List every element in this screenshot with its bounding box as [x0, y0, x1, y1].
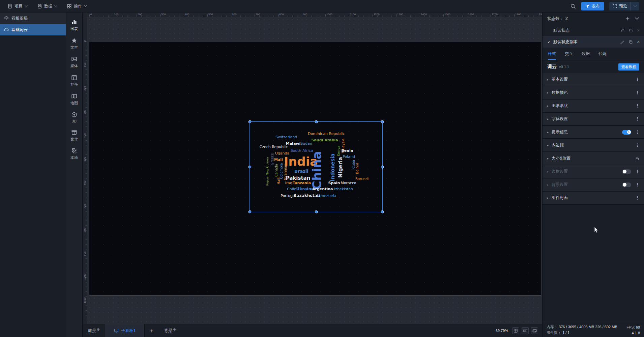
components-label: 组件数：	[547, 331, 561, 335]
copy-icon[interactable]	[628, 28, 633, 33]
menu-data[interactable]: 数据	[32, 0, 62, 12]
shortcuts-button[interactable]	[522, 327, 529, 334]
section-size-position[interactable]: ▸大小&位置	[543, 152, 644, 165]
preview-dropdown[interactable]	[631, 2, 639, 10]
border-toggle[interactable]	[622, 169, 631, 174]
close-icon[interactable]: ✕	[637, 40, 640, 44]
more-options-icon[interactable]: ⋮	[635, 90, 640, 95]
add-foreground-icon[interactable]: ⊕	[97, 328, 99, 331]
expand-arrow-icon: ▸	[547, 130, 549, 134]
ruler-label: 700	[255, 13, 260, 16]
state-row-1[interactable]: ✓默认状态副本✕	[543, 36, 644, 48]
section-label: 背景设置	[552, 182, 568, 188]
layers-icon	[4, 16, 9, 21]
word-bolivia: Bolivia	[356, 163, 359, 174]
layer-item-0[interactable]: 基础词云	[0, 24, 66, 35]
close-icon[interactable]: ✕	[637, 29, 640, 32]
toolbox-item-label: 3D	[72, 119, 77, 123]
more-options-icon[interactable]: ⋮	[635, 169, 640, 174]
search-icon[interactable]	[570, 3, 576, 9]
section-background[interactable]: ▸背景设置⋮	[543, 178, 644, 192]
ruler-label: 1100	[83, 299, 87, 303]
background-toggle[interactable]	[622, 182, 631, 187]
board-tab-label: 子看板1	[121, 328, 136, 334]
more-options-icon[interactable]: ⋮	[635, 182, 640, 187]
lock-icon[interactable]	[635, 156, 640, 161]
toggle-knob: 1	[627, 130, 631, 134]
tab-code[interactable]: 代码	[598, 48, 607, 60]
kit-icon	[71, 129, 77, 135]
resize-handle[interactable]	[248, 120, 252, 123]
canvas[interactable]: 0100200300400500600700800900100011001200…	[83, 12, 542, 324]
ruler-label: 500	[83, 157, 87, 162]
copy-icon[interactable]	[628, 40, 633, 44]
more-options-icon[interactable]: ⋮	[635, 77, 640, 82]
tab-interaction[interactable]: 交互	[565, 48, 573, 60]
section-label: 数据颜色	[552, 90, 568, 95]
menu-project[interactable]: 项目	[3, 0, 32, 12]
resize-handle[interactable]	[315, 120, 318, 123]
background-tab[interactable]: 背景 ⊕	[159, 328, 181, 334]
tooltip-toggle[interactable]: 1	[622, 130, 631, 135]
keyboard-icon	[523, 329, 527, 333]
check-icon: ✓	[547, 40, 551, 44]
ruler-label: 600	[83, 180, 87, 185]
toolbox-item-widget[interactable]: 控件	[66, 72, 82, 90]
collapse-states-icon[interactable]	[635, 16, 639, 21]
section-data-color[interactable]: ▸数据颜色⋮	[543, 86, 644, 100]
toolbox-item-chart[interactable]: 图表	[66, 16, 82, 34]
wordcloud-component[interactable]: Dominican RepublicSwitzerlandSaudi Arabi…	[250, 121, 383, 212]
section-font[interactable]: ▸字体设置⋮	[543, 113, 644, 126]
tab-data[interactable]: 数据	[582, 48, 590, 60]
toolbox-item-map[interactable]: 地图	[66, 90, 82, 109]
section-basic[interactable]: ▸基本设置⋮	[543, 73, 644, 86]
toolbox-item-media[interactable]: 媒体	[66, 53, 82, 72]
resize-handle[interactable]	[248, 165, 252, 168]
word-czech-republic: Czech Republic	[259, 145, 288, 148]
components-value: 1 / 1	[562, 331, 569, 335]
resize-handle[interactable]	[381, 165, 384, 168]
more-options-icon[interactable]: ⋮	[635, 196, 640, 200]
tutorial-button[interactable]: 查看教程	[618, 63, 639, 71]
local-icon	[71, 148, 77, 154]
ruler-label: 900	[302, 13, 307, 16]
tab-style[interactable]: 样式	[548, 48, 556, 60]
preview-button[interactable]: 预览	[609, 2, 639, 10]
edit-icon[interactable]	[620, 40, 624, 44]
chart-icon	[71, 19, 77, 25]
toolbox-item-text[interactable]: 文本	[66, 34, 82, 53]
ruler-label: 700	[83, 204, 87, 209]
toolbox-item-kit[interactable]: 套件	[66, 126, 82, 145]
toolbox-item-3d[interactable]: 3D	[66, 109, 82, 126]
more-options-icon[interactable]: ⋮	[635, 104, 640, 108]
add-state-button[interactable]	[625, 16, 630, 21]
ruler-label: 100	[83, 62, 87, 67]
section-cover[interactable]: ▸组件封面⋮	[543, 192, 644, 205]
resize-handle[interactable]	[381, 120, 384, 123]
expand-arrow-icon: ▸	[547, 157, 549, 160]
board-tab-active[interactable]: 子看板1	[105, 324, 145, 337]
more-options-icon[interactable]: ⋮	[635, 143, 640, 147]
more-options-icon[interactable]: ⋮	[635, 130, 640, 134]
word-benin: Benin	[341, 148, 353, 152]
word-canada: Canada	[275, 164, 278, 177]
resize-handle[interactable]	[315, 210, 318, 214]
section-shape[interactable]: ▸图形形状⋮	[543, 100, 644, 113]
edit-icon[interactable]	[620, 28, 624, 33]
section-border[interactable]: ▸边框设置⋮	[543, 165, 644, 178]
add-background-icon[interactable]: ⊕	[173, 328, 176, 331]
publish-button[interactable]: 发布	[581, 2, 604, 10]
chevron-down-icon	[84, 5, 87, 7]
state-row-0[interactable]: 默认状态✕	[543, 25, 644, 36]
resize-handle[interactable]	[381, 210, 384, 214]
toolbox-item-local[interactable]: 本地	[66, 145, 82, 163]
foreground-tab[interactable]: 前景 ⊕	[83, 328, 105, 334]
resize-handle[interactable]	[248, 210, 252, 214]
section-padding[interactable]: ▸内边距⋮	[543, 139, 644, 152]
add-board-button[interactable]: +	[145, 324, 159, 337]
menu-actions[interactable]: 操作	[62, 0, 92, 12]
console-button[interactable]	[531, 327, 538, 334]
more-options-icon[interactable]: ⋮	[635, 117, 640, 121]
fit-view-button[interactable]	[512, 327, 519, 334]
section-tooltip[interactable]: ▸提示信息1⋮	[543, 126, 644, 139]
